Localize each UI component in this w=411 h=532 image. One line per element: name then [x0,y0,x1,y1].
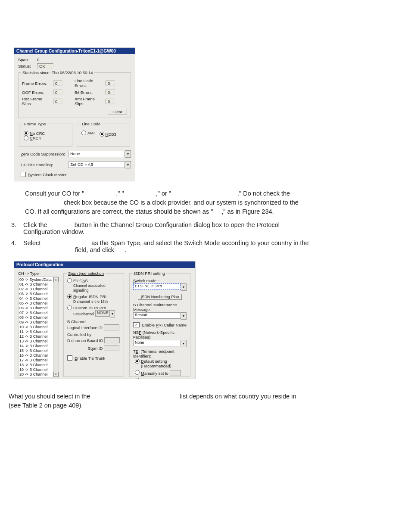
radio-dot-icon [81,131,86,135]
list-item[interactable]: 15 -> B Channel [19,348,52,353]
list-item[interactable]: 20 -> B Channel [19,372,52,377]
isdn-pri-legend: ISDN PRI setting [133,271,166,276]
tei-label: TEI (Terminal endpoint identifier): [133,349,187,358]
rec-slips-label: Rec Frame Slips: [22,96,53,106]
list-item[interactable]: 05 -> B Channel [19,301,52,306]
ami-radio[interactable]: AMI [81,131,95,135]
list-item[interactable]: 13 -> B Channel [19,339,52,344]
scrollbar[interactable]: ▴ ▾ [53,277,59,377]
list-item[interactable]: 12 -> B Channel [19,334,52,339]
line-code-errors-label: Line Code Errors: [75,78,106,88]
list-item[interactable]: 01 -> B Channel [19,282,52,287]
step-3: 3. Click the button in the Channel Group… [9,221,402,235]
dialog-titlebar: Channel Group Configuration-TritonE1-1@G… [14,48,135,54]
list-item[interactable]: 06 -> B Channel [19,306,52,311]
chevron-down-icon[interactable]: ▾ [181,283,187,291]
bit-errors-label: Bit Errors: [75,90,106,95]
enable-pri-caller-name-label: Enable PRI Caller Name [142,323,187,327]
frame-errors-label: Frame Errors: [22,81,53,86]
list-item[interactable]: 08 -> B Channel [19,315,52,320]
list-item[interactable]: 04 -> B Channel [19,296,52,301]
oof-errors-label: OOF Errors: [22,90,53,95]
list-item[interactable]: 11 -> B Channel [19,330,52,334]
statistics-group: Statistics since: Thu 06/22/06 10:50:14 … [18,70,131,118]
controlled-by-label: Controlled by [67,332,120,337]
channel-list-header: CH -> Type [18,271,59,276]
list-item[interactable]: 16 -> D Channel [19,353,52,358]
d-chan-board-id-input [104,337,120,343]
list-item[interactable]: 10 -> B Channel [19,325,52,330]
step-4: 4. Select as the Span Type, and select t… [9,240,402,253]
tei-default-radio[interactable] [135,359,140,364]
b-channel-label: B Channel [67,319,120,324]
list-item[interactable]: 07 -> B Channel [19,311,52,315]
list-item[interactable]: 09 -> B Channel [19,320,52,325]
list-item[interactable]: 02 -> B Channel [19,287,52,292]
switch-mode-select[interactable]: ETSI NET5 PRI▾ [133,283,187,291]
enable-tie-trunk-checkbox[interactable] [67,355,72,361]
no-crc-radio[interactable]: No CRC [24,131,45,136]
channel-group-configuration-dialog: Channel Group Configuration-TritonE1-1@G… [14,47,135,181]
list-item[interactable]: 18 -> B Channel [19,363,52,367]
enable-pri-caller-name-checkbox[interactable] [133,322,140,327]
isdn-numbering-plan-button[interactable]: ISDN Numbering Plan [138,294,182,300]
list-item[interactable]: 19 -> B Channel [19,367,52,372]
frame-errors-value: 0 [53,81,62,86]
tei-assigned-radio[interactable] [135,378,140,379]
enable-tie-trunk-label: Enable Tie Trunk [75,356,105,361]
zero-code-suppression-label: Zero Code Suppression: [21,152,68,156]
span-type-legend: Span type selection [67,271,105,276]
channel-list-items[interactable]: 00 -> System/Data01 -> B Channel02 -> B … [19,277,53,377]
d-chan-board-id-label: D chan on Board ID [67,338,103,343]
crc4-radio[interactable]: CRC4 [24,136,41,140]
span-value: 0 [37,57,39,62]
b-channel-maint-msg-select[interactable]: Restart▾ [133,312,187,320]
rec-slips-value: 0 [53,99,62,104]
tei-manual-radio[interactable] [135,370,140,375]
scroll-down-icon[interactable]: ▾ [53,372,59,377]
switch-mode-label: Switch mode : [133,278,187,283]
frame-type-group: Frame Type No CRC CRC4 [19,121,72,147]
regular-isdn-pri-radio[interactable] [67,294,72,299]
chevron-down-icon[interactable]: ▾ [110,310,115,317]
radio-dot-icon [100,132,104,137]
list-item[interactable]: 00 -> System/Data [19,277,52,282]
chevron-down-icon[interactable]: ▾ [181,340,187,347]
scroll-up-icon[interactable]: ▴ [53,277,59,282]
logical-interface-id-label: Logical Interface ID [67,325,103,330]
cd-bits-handling-select[interactable]: Set CD = AB▾ [68,161,131,168]
xmt-slips-value: 0 [106,99,115,104]
clear-button[interactable]: Clear [108,109,127,115]
list-item[interactable]: 17 -> B Channel [19,358,52,363]
span-id-input [104,345,119,351]
step-number: 3. [9,221,23,235]
bit-errors-value: 0 [106,90,115,95]
system-clock-master-checkbox[interactable] [21,172,26,177]
statistics-legend: Statistics since: Thu 06/22/06 10:50:14 [21,70,94,75]
line-code-errors-value: 0 [106,81,115,86]
logical-interface-id-input [104,324,119,330]
system-clock-master-label: System Clock Master [28,172,67,177]
span-type-selection-group: Span type selection E1 CASChannel associ… [63,271,124,377]
hdb3-radio[interactable]: HDB3 [100,132,116,137]
dialog-titlebar: Protocol Configuration [14,261,195,268]
nsf-select[interactable]: None▾ [133,340,187,347]
instruction-text-block-1: Consult your CO for " ," " ," or " ." Do… [9,189,402,216]
oof-errors-value: 0 [53,90,62,95]
list-item[interactable]: 14 -> B Channel [19,344,52,348]
zero-code-suppression-select[interactable]: None▾ [68,150,131,158]
set-d-channel-select[interactable]: NONE▾ [95,310,115,317]
chevron-down-icon[interactable]: ▾ [125,161,131,168]
channel-list: CH -> Type 00 -> System/Data01 -> B Chan… [18,271,59,377]
custom-isdn-pri-radio[interactable] [67,305,72,310]
xmt-slips-label: Xmt Frame Slips: [75,96,106,106]
e1-cas-radio[interactable] [67,278,72,283]
list-item[interactable]: 03 -> B Channel [19,292,52,296]
b-channel-maint-msg-label: B Channel Maintenance Message: [133,302,187,312]
step-number: 4. [9,240,23,253]
line-code-group: Line Code AMI HDB3 [77,121,130,147]
status-label: Status: [18,64,37,68]
radio-dot-icon [24,131,28,136]
chevron-down-icon[interactable]: ▾ [181,312,187,320]
chevron-down-icon[interactable]: ▾ [125,150,131,158]
